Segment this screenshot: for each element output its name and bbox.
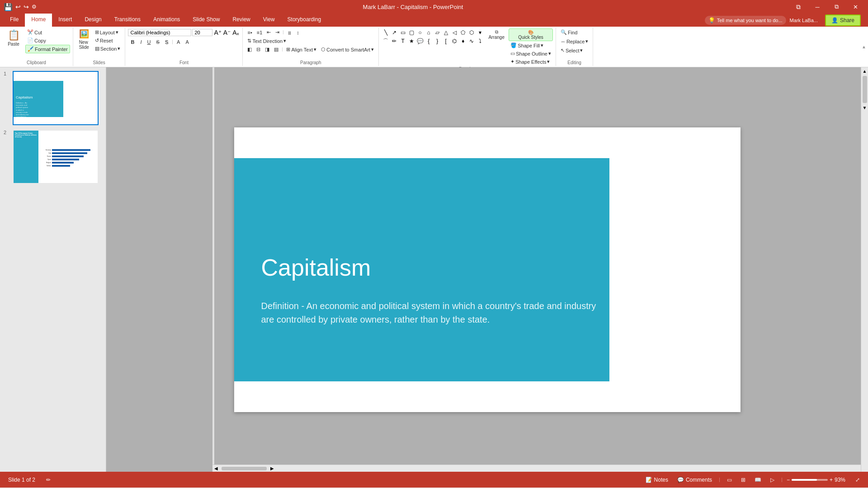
shape-line[interactable]: ╲	[382, 28, 390, 37]
find-button[interactable]: 🔍 Find	[559, 28, 579, 36]
clear-format-icon[interactable]: Aₓ	[232, 28, 240, 37]
tab-review[interactable]: Review	[226, 14, 256, 27]
scroll-down-icon[interactable]: ▼	[861, 104, 868, 112]
slide-thumb-2[interactable]: 2 Top 12 European Union Countries in Deb…	[4, 130, 102, 184]
zoom-in-button[interactable]: +	[830, 477, 833, 483]
shape-arrow[interactable]: ↗	[390, 28, 398, 37]
shape-para[interactable]: ▱	[433, 28, 441, 37]
align-left-button[interactable]: ◧	[245, 46, 254, 53]
slide-subtitle[interactable]: Definition - An economic and political s…	[261, 299, 600, 326]
notes-button[interactable]: 📝 Notes	[643, 476, 671, 484]
shape-curve[interactable]: ⌒	[382, 37, 390, 45]
col-button[interactable]: ⫼	[285, 29, 294, 36]
reading-view-button[interactable]: 📖	[752, 476, 764, 484]
shape-hex[interactable]: ⬡	[467, 28, 476, 37]
align-center-button[interactable]: ⊟	[255, 46, 262, 53]
scroll-right-icon[interactable]: ▶	[269, 465, 276, 472]
slide-sorter-button[interactable]: ⊞	[738, 476, 748, 484]
slide-thumb-1[interactable]: 1 Capitalism Definition - An economic an…	[4, 71, 102, 125]
font-size-down-icon[interactable]: A⁻	[223, 28, 231, 37]
cut-button[interactable]: ✂️ Cut	[25, 28, 70, 36]
tab-home[interactable]: Home	[25, 14, 52, 27]
reset-button[interactable]: ↺ Reset	[93, 37, 123, 44]
shape-rtri[interactable]: ◁	[450, 28, 458, 37]
tab-insert[interactable]: Insert	[52, 14, 78, 27]
shadow-button[interactable]: S	[163, 38, 170, 46]
shape-brace[interactable]: }	[433, 37, 441, 45]
text-direction-button[interactable]: ⇅ Text Direction ▾	[245, 37, 288, 45]
align-right-button[interactable]: ◨	[263, 46, 271, 53]
share-button[interactable]: 👤 Share	[825, 14, 861, 26]
slide-canvas[interactable]: Capitalism Definition - An economic and …	[234, 127, 741, 412]
copy-button[interactable]: 📄 Copy	[25, 37, 70, 44]
justify-button[interactable]: ▤	[272, 46, 280, 53]
comments-button[interactable]: 💬 Comments	[675, 476, 715, 484]
shape-eq[interactable]: {	[425, 37, 433, 45]
bullet-list-button[interactable]: ≡•	[245, 29, 254, 36]
tab-transitions[interactable]: Transitions	[108, 14, 147, 27]
vertical-scrollbar[interactable]: ▲ ▼	[861, 67, 868, 472]
paste-button[interactable]: 📋 Paste	[3, 28, 24, 47]
bold-button[interactable]: B	[128, 38, 137, 46]
tab-slideshow[interactable]: Slide Show	[186, 14, 226, 27]
redo-icon[interactable]: ↪	[24, 3, 29, 10]
minimize-button[interactable]: ─	[808, 0, 826, 14]
arrange-button[interactable]: ⧉ Arrange	[485, 28, 508, 41]
shape-custom4[interactable]: ⤵	[476, 37, 484, 45]
tell-me-input[interactable]: 💡 Tell me what you want to do...	[705, 16, 786, 25]
shape-trap[interactable]: ⌂	[425, 28, 433, 37]
replace-button[interactable]: ↔ Replace ▾	[559, 38, 590, 45]
zoom-percent[interactable]: 93%	[835, 477, 849, 483]
shape-tri[interactable]: △	[442, 28, 450, 37]
shape-rrect[interactable]: ▢	[407, 28, 415, 37]
shape-penta[interactable]: ⬠	[459, 28, 467, 37]
normal-view-button[interactable]: ▭	[724, 476, 735, 484]
italic-button[interactable]: I	[138, 38, 144, 46]
slide-title[interactable]: Capitalism	[261, 254, 371, 281]
scroll-thumb[interactable]	[863, 76, 867, 103]
convert-smartart-button[interactable]: ⬡ Convert to SmartArt ▾	[319, 46, 376, 53]
shape-textbox[interactable]: T	[399, 37, 407, 45]
customize-icon[interactable]: ⚙	[32, 4, 37, 10]
shape-more[interactable]: ▾	[476, 28, 484, 37]
shape-circle[interactable]: ○	[416, 28, 424, 37]
shape-outline-button[interactable]: ▭ Shape Outline ▾	[509, 50, 553, 57]
format-painter-button[interactable]: 🖌️ Format Painter	[25, 45, 70, 53]
quick-styles-button[interactable]: 🎨 Quick Styles	[509, 28, 553, 41]
layout-button[interactable]: ⊞ Layout ▾	[93, 28, 123, 36]
zoom-out-button[interactable]: −	[787, 477, 790, 483]
restore-monitor-icon[interactable]: ⧉	[789, 0, 807, 14]
scroll-up-icon[interactable]: ▲	[861, 67, 868, 75]
maximize-button[interactable]: ⧉	[827, 0, 845, 14]
section-button[interactable]: ▤ Section ▾	[93, 45, 123, 52]
shape-freeform[interactable]: ✏	[390, 37, 398, 45]
edit-icon-btn[interactable]: ✏	[43, 476, 53, 484]
tab-design[interactable]: Design	[78, 14, 108, 27]
slideshow-button[interactable]: ▷	[768, 476, 777, 484]
ribbon-scroll-btn[interactable]: ▲	[860, 41, 868, 53]
save-icon[interactable]: 💾	[4, 3, 13, 11]
shape-star[interactable]: ★	[407, 37, 415, 45]
new-slide-button[interactable]: 🖼️ NewSlide	[76, 28, 92, 51]
shape-custom3[interactable]: ∿	[467, 37, 476, 45]
decrease-indent-button[interactable]: ⇤	[265, 28, 273, 36]
strikethrough-button[interactable]: S	[154, 38, 161, 46]
scroll-left-icon[interactable]: ◀	[212, 465, 220, 472]
shape-custom1[interactable]: ⌬	[450, 37, 458, 45]
numbered-list-button[interactable]: ≡1	[255, 29, 264, 36]
tab-file[interactable]: File	[4, 14, 25, 27]
select-button[interactable]: ↖ Select ▾	[559, 47, 585, 54]
shape-bracket[interactable]: [	[442, 37, 450, 45]
line-spacing-button[interactable]: ↕	[295, 29, 301, 36]
shape-custom2[interactable]: ♦	[459, 37, 467, 45]
undo-icon[interactable]: ↩	[15, 3, 21, 10]
tab-storyboarding[interactable]: Storyboarding	[281, 14, 328, 27]
increase-indent-button[interactable]: ⇥	[274, 28, 281, 36]
tab-animations[interactable]: Animations	[147, 14, 186, 27]
font-size-up-icon[interactable]: A⁺	[213, 28, 222, 37]
font-highlight-button[interactable]: A	[183, 38, 191, 46]
font-name-input[interactable]	[128, 29, 191, 36]
horizontal-scrollbar[interactable]: ◀ ▶	[212, 465, 861, 472]
shape-rect[interactable]: ▭	[399, 28, 407, 37]
align-text-button[interactable]: ⊞ Align Text ▾	[284, 46, 318, 53]
